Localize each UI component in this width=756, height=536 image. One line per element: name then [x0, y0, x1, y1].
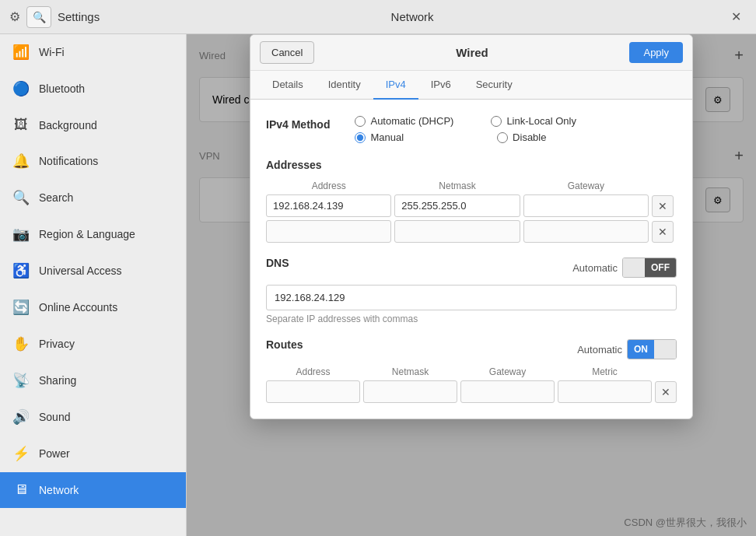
dns-hint: Separate IP addresses with commas — [266, 314, 677, 324]
addr-2-address[interactable] — [266, 220, 391, 243]
sidebar-item-privacy[interactable]: ✋ Privacy — [0, 326, 186, 363]
method-link-local[interactable]: Link-Local Only — [491, 115, 576, 127]
sidebar-item-background[interactable]: 🖼 Background — [0, 107, 186, 143]
search-sidebar-icon: 🔍 — [12, 189, 30, 206]
col-address-header: Address — [266, 180, 391, 191]
routes-1-address[interactable] — [266, 380, 360, 403]
universal-access-icon: ♿ — [12, 262, 30, 279]
method-link-local-label: Link-Local Only — [506, 115, 576, 127]
sidebar-label-privacy: Privacy — [39, 338, 75, 350]
sidebar-item-notifications[interactable]: 🔔 Notifications — [0, 143, 186, 180]
sidebar-item-universal-access[interactable]: ♿ Universal Access — [0, 253, 186, 289]
routes-col-headers: Address Netmask Gateway Metric — [266, 366, 677, 377]
tab-security[interactable]: Security — [464, 71, 525, 100]
sidebar-item-region[interactable]: 📷 Region & Language — [0, 216, 186, 253]
ipv4-method-label: IPv4 Method — [266, 118, 330, 131]
tab-ipv6[interactable]: IPv6 — [418, 71, 464, 100]
routes-col-metric-header: Metric — [558, 366, 652, 377]
addr-2-gateway[interactable] — [523, 220, 649, 243]
sharing-icon: 📡 — [12, 372, 30, 389]
dns-label: DNS — [266, 257, 289, 269]
addr-row-1: ✕ — [266, 194, 677, 217]
privacy-icon: ✋ — [12, 335, 30, 352]
routes-1-delete-button[interactable]: ✕ — [655, 381, 677, 403]
sidebar-item-power[interactable]: ⚡ Power — [0, 436, 186, 472]
dns-input[interactable] — [266, 285, 677, 310]
routes-1-gateway[interactable] — [460, 380, 555, 403]
wifi-icon: 📶 — [12, 44, 30, 61]
dns-toggle-off[interactable]: OFF — [645, 258, 676, 277]
sidebar-label-wifi: Wi-Fi — [39, 46, 65, 58]
dns-automatic-label: Automatic — [572, 262, 618, 274]
routes-auto-toggle-row: Automatic ON — [577, 339, 677, 359]
radio-manual[interactable] — [355, 132, 366, 143]
ipv4-method-section: IPv4 Method Automatic (DHCP) — [266, 115, 677, 143]
dialog-body: IPv4 Method Automatic (DHCP) — [250, 100, 692, 419]
dns-auto-toggle-row: Automatic OFF — [572, 257, 677, 278]
sidebar-label-power: Power — [39, 447, 70, 460]
tab-ipv4[interactable]: IPv4 — [373, 71, 418, 100]
sidebar-label-sound: Sound — [39, 411, 70, 423]
online-accounts-icon: 🔄 — [12, 299, 30, 316]
tab-identity[interactable]: Identity — [316, 71, 373, 100]
addr-1-netmask[interactable] — [394, 194, 520, 217]
sidebar-item-online-accounts[interactable]: 🔄 Online Accounts — [0, 289, 186, 326]
sidebar-item-search[interactable]: 🔍 Search — [0, 180, 186, 216]
tab-details[interactable]: Details — [260, 71, 316, 100]
routes-col-gateway-header: Gateway — [460, 366, 555, 377]
dns-header-row: DNS Automatic OFF — [266, 257, 677, 279]
method-manual[interactable]: Manual — [355, 131, 404, 143]
method-row-2: Manual Disable — [355, 131, 576, 143]
col-netmask-header: Netmask — [394, 180, 520, 191]
search-icon: 🔍 — [33, 11, 46, 23]
routes-section: Routes Automatic ON Address N — [266, 338, 677, 403]
background-icon: 🖼 — [12, 117, 30, 133]
addr-2-delete-button[interactable]: ✕ — [652, 221, 674, 243]
routes-col-address-header: Address — [266, 366, 360, 377]
power-icon: ⚡ — [12, 445, 30, 462]
method-disable-label: Disable — [513, 131, 546, 143]
sidebar-label-sharing: Sharing — [39, 374, 76, 387]
addr-row-2: ✕ — [266, 220, 677, 243]
routes-row-1: ✕ — [266, 380, 677, 403]
addr-1-gateway[interactable] — [523, 194, 649, 217]
cancel-button[interactable]: Cancel — [260, 41, 314, 64]
method-disable[interactable]: Disable — [497, 131, 546, 143]
sidebar-item-network[interactable]: 🖥 Network — [0, 472, 186, 508]
col-gateway-header: Gateway — [523, 180, 649, 191]
wired-dialog: Cancel Wired Apply Details Identity IPv4… — [250, 34, 693, 419]
routes-1-metric[interactable] — [558, 380, 652, 403]
sidebar-item-bluetooth[interactable]: 🔵 Bluetooth — [0, 71, 186, 107]
sidebar: 📶 Wi-Fi 🔵 Bluetooth 🖼 Background 🔔 Notif… — [0, 34, 187, 536]
dialog-overlay: Cancel Wired Apply Details Identity IPv4… — [187, 34, 756, 536]
routes-header-row: Routes Automatic ON — [266, 338, 677, 360]
radio-link-local[interactable] — [491, 116, 502, 127]
addr-1-address[interactable] — [266, 194, 391, 217]
radio-automatic-dhcp[interactable] — [355, 116, 366, 127]
close-button[interactable]: ✕ — [725, 6, 747, 28]
apply-button[interactable]: Apply — [629, 42, 683, 63]
ipv4-method-row: IPv4 Method Automatic (DHCP) — [266, 115, 677, 143]
method-manual-label: Manual — [370, 131, 404, 143]
sidebar-item-wifi[interactable]: 📶 Wi-Fi — [0, 34, 186, 71]
sidebar-label-network: Network — [39, 484, 79, 496]
sidebar-item-sharing[interactable]: 📡 Sharing — [0, 363, 186, 399]
routes-toggle-on[interactable]: ON — [628, 340, 654, 359]
settings-icon: ⚙ — [9, 9, 20, 24]
sidebar-label-search: Search — [39, 191, 73, 204]
addr-1-delete-button[interactable]: ✕ — [652, 195, 674, 217]
routes-label: Routes — [266, 338, 303, 351]
dns-toggle[interactable]: OFF — [622, 257, 677, 278]
addr-2-netmask[interactable] — [394, 220, 520, 243]
addr-column-headers: Address Netmask Gateway — [266, 180, 677, 191]
search-button[interactable]: 🔍 — [26, 6, 51, 28]
dialog-tabs: Details Identity IPv4 IPv6 Security — [250, 71, 692, 100]
sidebar-item-sound[interactable]: 🔊 Sound — [0, 399, 186, 436]
method-automatic-dhcp[interactable]: Automatic (DHCP) — [355, 115, 453, 127]
routes-toggle-blank — [654, 340, 676, 359]
routes-col-netmask-header: Netmask — [363, 366, 457, 377]
routes-toggle[interactable]: ON — [627, 339, 677, 359]
app-name: Settings — [58, 10, 100, 23]
radio-disable[interactable] — [497, 132, 508, 143]
routes-1-netmask[interactable] — [363, 380, 457, 403]
